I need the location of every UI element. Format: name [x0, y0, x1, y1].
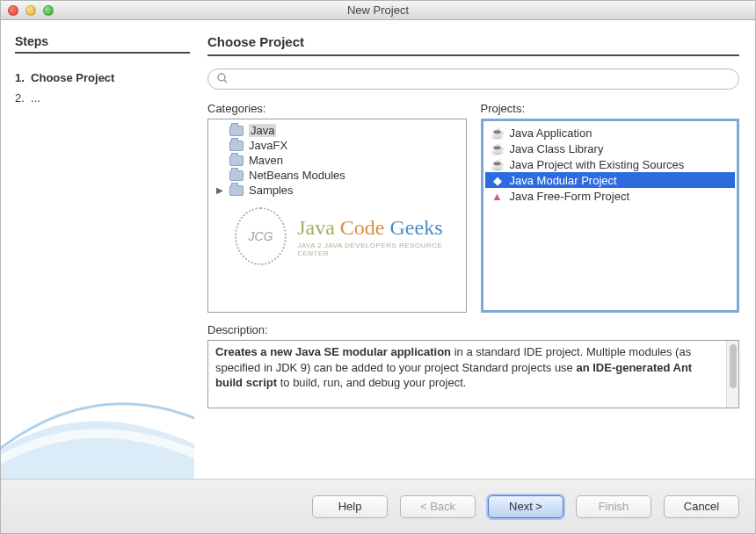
step-label: Choose Project — [31, 71, 114, 84]
triangle-icon: ▲ — [491, 189, 505, 203]
steps-list: 1. Choose Project 2. ... — [15, 68, 190, 108]
description-part2: to build, run, and debug your project. — [277, 376, 466, 389]
svg-point-0 — [218, 74, 225, 81]
content: Steps 1. Choose Project 2. ... Choose Pr… — [1, 20, 755, 479]
step-number: 2. — [15, 91, 25, 105]
categories-panel: Categories: Java JavaFX — [207, 102, 467, 313]
diamond-icon: ◆ — [491, 173, 505, 187]
cancel-button[interactable]: Cancel — [664, 495, 739, 518]
step-item: 1. Choose Project — [15, 68, 190, 88]
steps-sidebar: Steps 1. Choose Project 2. ... — [1, 20, 199, 479]
category-item-samples[interactable]: ▶ Samples — [210, 183, 464, 198]
java-icon: ☕ — [491, 157, 505, 171]
steps-heading: Steps — [15, 34, 190, 54]
java-icon: ☕ — [491, 141, 505, 155]
category-item-maven[interactable]: Maven — [210, 153, 464, 168]
next-button[interactable]: Next > — [488, 495, 563, 518]
scrollbar-thumb[interactable] — [730, 344, 737, 388]
folder-icon — [229, 141, 244, 151]
watermark-brand: Java Code Geeks — [297, 216, 456, 240]
back-button[interactable]: < Back — [400, 495, 476, 518]
watermark: JCG Java Code Geeks Java 2 Java Develope… — [235, 207, 457, 265]
project-label: Java Application — [510, 126, 592, 140]
categories-listbox[interactable]: Java JavaFX Maven — [207, 119, 467, 313]
category-label: JavaFX — [249, 139, 287, 152]
java-icon: ☕ — [491, 126, 505, 140]
folder-icon — [229, 170, 244, 181]
panels: Categories: Java JavaFX — [207, 102, 739, 313]
decorative-swoosh — [1, 321, 194, 479]
search-input[interactable] — [233, 73, 730, 86]
project-label: Java Project with Existing Sources — [510, 158, 685, 171]
step-label: ... — [31, 91, 40, 105]
footer: Help < Back Next > Finish Cancel — [1, 479, 755, 533]
description-text: Creates a new Java SE modular applicatio… — [208, 341, 726, 408]
search-box[interactable] — [207, 69, 739, 90]
category-label: Java — [249, 124, 276, 137]
watermark-sub: Java 2 Java Developers Resource Center — [297, 242, 456, 257]
description-label: Description: — [207, 323, 739, 336]
help-button[interactable]: Help — [312, 495, 388, 518]
project-label: Java Class Library — [510, 142, 604, 155]
project-label: Java Free-Form Project — [510, 190, 630, 203]
categories-label: Categories: — [207, 102, 467, 115]
category-item-java[interactable]: Java — [210, 123, 464, 138]
disclosure-icon: ▶ — [215, 185, 224, 195]
window-title: New Project — [1, 4, 755, 17]
projects-panel: Projects: ☕ Java Application ☕ Java Clas… — [481, 102, 740, 313]
project-label: Java Modular Project — [510, 174, 617, 187]
category-label: Samples — [249, 184, 294, 197]
description-box: Creates a new Java SE modular applicatio… — [207, 340, 739, 408]
category-label: Maven — [249, 154, 283, 167]
page-title: Choose Project — [207, 34, 739, 56]
project-item-java-modular[interactable]: ◆ Java Modular Project — [485, 172, 736, 188]
description-bold1: Creates a new Java SE modular applicatio… — [215, 345, 451, 358]
step-item: 2. ... — [15, 88, 190, 108]
watermark-logo-icon: JCG — [235, 207, 287, 265]
project-item-java-application[interactable]: ☕ Java Application — [485, 125, 736, 141]
search-icon — [217, 73, 228, 86]
category-item-netbeans-modules[interactable]: NetBeans Modules — [210, 168, 464, 183]
titlebar: New Project — [1, 1, 755, 20]
main-panel: Choose Project Categories: Java — [199, 20, 755, 479]
description-scrollbar[interactable] — [726, 341, 738, 408]
svg-line-1 — [224, 80, 227, 83]
projects-label: Projects: — [481, 102, 740, 115]
project-item-free-form[interactable]: ▲ Java Free-Form Project — [485, 188, 736, 204]
project-item-existing-sources[interactable]: ☕ Java Project with Existing Sources — [485, 156, 736, 172]
folder-icon — [229, 126, 244, 136]
category-label: NetBeans Modules — [249, 169, 345, 182]
category-item-javafx[interactable]: JavaFX — [210, 138, 464, 153]
folder-icon — [229, 185, 244, 196]
project-item-java-class-library[interactable]: ☕ Java Class Library — [485, 141, 736, 156]
new-project-dialog: New Project Steps 1. Choose Project 2. .… — [0, 0, 756, 534]
finish-button[interactable]: Finish — [576, 495, 651, 518]
step-number: 1. — [15, 71, 25, 84]
projects-listbox[interactable]: ☕ Java Application ☕ Java Class Library … — [481, 119, 740, 313]
folder-icon — [229, 155, 244, 166]
